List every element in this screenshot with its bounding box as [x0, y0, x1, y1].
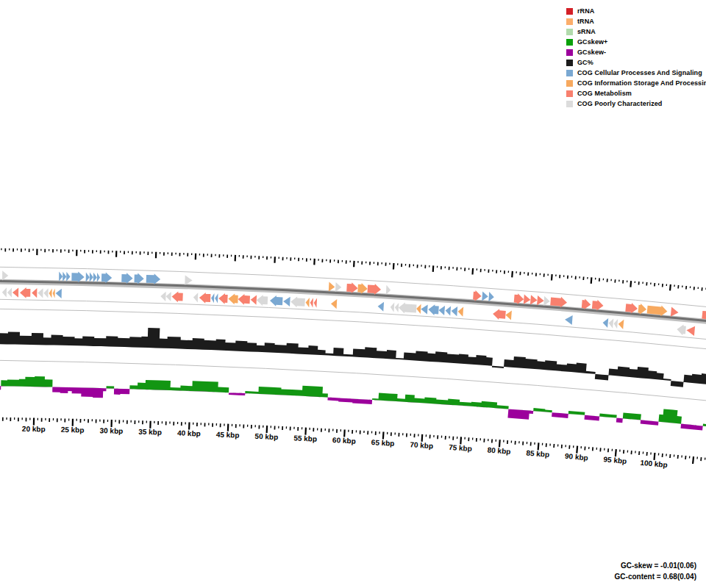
gene-arrow-reverse[interactable]: [166, 292, 171, 301]
gene-arrow-forward[interactable]: [2, 270, 8, 280]
legend-item: sRNA: [566, 26, 706, 37]
gene-arrow-reverse[interactable]: [505, 310, 512, 320]
gene-arrow-reverse[interactable]: [439, 306, 446, 315]
ruler-label: 85 kbp: [526, 449, 549, 459]
gene-arrow-reverse[interactable]: [238, 294, 250, 305]
gene-arrow-reverse[interactable]: [49, 288, 52, 298]
ruler-tick: [305, 428, 306, 435]
ruler-tick: [433, 265, 434, 271]
gene-arrow-reverse[interactable]: [283, 297, 290, 306]
ruler-label: 75 kbp: [449, 443, 472, 453]
gene-arrow-forward[interactable]: [93, 273, 97, 282]
track-divider: [0, 360, 706, 401]
gene-arrow-reverse[interactable]: [211, 293, 214, 303]
legend-item: COG Cellular Processes And Signaling: [566, 68, 706, 78]
gene-arrow-forward[interactable]: [524, 295, 531, 304]
gene-arrow-reverse[interactable]: [452, 306, 458, 316]
gene-arrow-forward[interactable]: [66, 272, 70, 282]
legend-item: COG Poorly Characterized: [566, 98, 706, 109]
gene-arrow-forward[interactable]: [543, 296, 550, 306]
ruler-label: 55 kbp: [293, 434, 317, 443]
gene-arrow-reverse[interactable]: [290, 296, 305, 307]
gene-arrow-forward[interactable]: [135, 273, 144, 284]
gene-arrow-forward[interactable]: [582, 298, 591, 309]
ruler-label: 40 kbp: [177, 429, 201, 437]
gene-arrow-reverse[interactable]: [493, 309, 506, 320]
gene-arrow-reverse[interactable]: [428, 304, 438, 315]
gene-arrow-forward[interactable]: [537, 295, 544, 305]
gene-arrow-reverse[interactable]: [257, 295, 268, 306]
gene-arrow-reverse[interactable]: [687, 326, 696, 336]
ruler-label: 65 kbp: [371, 438, 394, 448]
gene-arrow-reverse[interactable]: [618, 320, 624, 329]
gene-arrow-forward[interactable]: [473, 290, 482, 301]
gene-arrow-forward[interactable]: [335, 282, 341, 292]
gene-arrow-forward[interactable]: [146, 273, 160, 284]
gene-arrow-reverse[interactable]: [399, 303, 417, 314]
gene-arrow-reverse[interactable]: [331, 299, 337, 309]
gene-arrow-forward[interactable]: [121, 273, 132, 284]
gene-arrow-reverse[interactable]: [603, 318, 609, 328]
legend-item: GC%: [566, 57, 706, 68]
gene-arrow-reverse[interactable]: [677, 325, 686, 336]
gene-arrow-reverse[interactable]: [7, 287, 12, 297]
gene-arrow-reverse[interactable]: [446, 306, 452, 316]
gene-arrow-reverse[interactable]: [218, 293, 228, 304]
ruler-tick: [472, 268, 473, 274]
gene-arrow-reverse[interactable]: [395, 303, 399, 312]
gene-arrow-reverse[interactable]: [20, 287, 30, 298]
gene-arrow-forward[interactable]: [329, 282, 335, 291]
gene-arrow-reverse[interactable]: [391, 303, 395, 312]
ruler-label: 50 kbp: [254, 432, 278, 441]
gene-arrow-forward[interactable]: [638, 304, 647, 315]
gene-arrow-reverse[interactable]: [160, 292, 165, 301]
gene-arrow-reverse[interactable]: [609, 319, 614, 329]
gene-arrow-reverse[interactable]: [2, 287, 7, 297]
gene-arrow-reverse[interactable]: [378, 302, 385, 312]
legend-swatch-gcskew-minus: [566, 49, 573, 56]
gene-arrow-forward[interactable]: [71, 271, 84, 282]
gene-arrow-reverse[interactable]: [458, 307, 464, 317]
gene-arrow-forward[interactable]: [488, 292, 494, 301]
gene-arrow-forward[interactable]: [482, 291, 488, 301]
gene-arrow-forward[interactable]: [530, 295, 538, 304]
gene-arrow-forward[interactable]: [97, 273, 100, 282]
legend-label: COG Cellular Processes And Signaling: [577, 69, 702, 76]
gene-arrow-reverse[interactable]: [270, 295, 283, 306]
gene-arrow-reverse[interactable]: [614, 319, 618, 329]
gene-arrow-forward[interactable]: [671, 307, 679, 317]
ruler-label: 60 kbp: [332, 436, 356, 445]
gene-arrow-reverse[interactable]: [53, 289, 55, 298]
gene-arrow-forward[interactable]: [514, 293, 524, 304]
gene-arrow-reverse[interactable]: [32, 288, 37, 298]
gene-arrow-forward[interactable]: [357, 283, 368, 294]
gene-arrow-reverse[interactable]: [251, 295, 257, 305]
gene-arrow-forward[interactable]: [86, 273, 90, 282]
gene-arrow-forward[interactable]: [63, 272, 66, 282]
legend-label: sRNA: [577, 28, 596, 35]
gene-arrow-reverse[interactable]: [421, 304, 428, 314]
gc-skew-stat: GC-skew = -0.01(0.06): [615, 560, 696, 571]
gene-arrow-reverse[interactable]: [306, 298, 310, 307]
gene-arrow-forward[interactable]: [90, 273, 93, 282]
gene-arrow-reverse[interactable]: [314, 298, 317, 308]
gene-arrow-forward[interactable]: [185, 276, 192, 285]
gene-arrow-reverse[interactable]: [13, 288, 18, 298]
gene-arrow-reverse[interactable]: [565, 315, 573, 325]
gene-arrow-reverse[interactable]: [215, 293, 218, 303]
ruler-label: 45 kbp: [216, 430, 240, 439]
gene-arrow-reverse[interactable]: [199, 293, 211, 304]
gene-arrow-reverse[interactable]: [416, 304, 421, 314]
gene-arrow-reverse[interactable]: [38, 288, 43, 298]
gc-skew-minus-plot: [0, 386, 706, 430]
gene-arrow-forward[interactable]: [59, 272, 63, 282]
gene-arrow-forward[interactable]: [386, 285, 391, 295]
ruler-label: 20 kbp: [22, 425, 46, 434]
gene-arrow-reverse[interactable]: [310, 298, 313, 307]
gene-arrow-reverse[interactable]: [56, 289, 62, 298]
gc-stats: GC-skew = -0.01(0.06) GC-content = 0.68(…: [615, 560, 696, 582]
gene-arrow-reverse[interactable]: [228, 294, 238, 305]
gene-arrow-reverse[interactable]: [172, 292, 183, 303]
gene-arrow-reverse[interactable]: [43, 288, 48, 298]
gene-arrow-reverse[interactable]: [193, 293, 198, 302]
